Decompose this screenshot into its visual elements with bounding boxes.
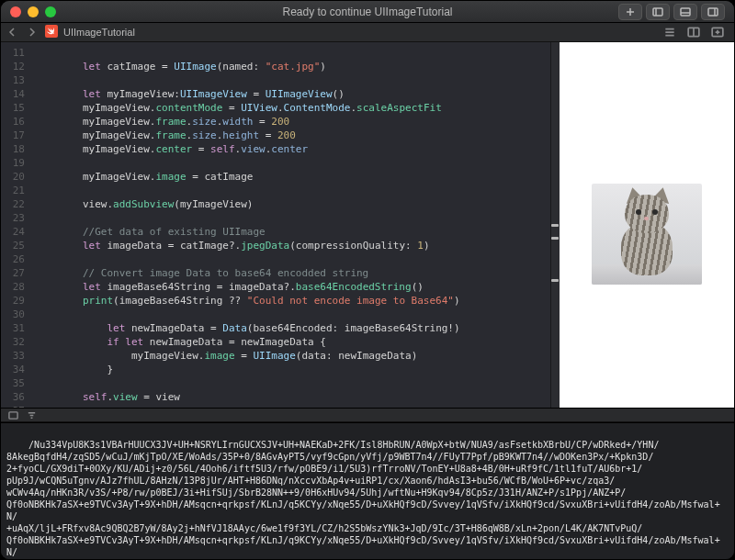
minimap-scrollbar[interactable] bbox=[550, 42, 560, 408]
breadcrumb-file[interactable]: UIImageTutorial bbox=[63, 27, 135, 38]
related-items-icon[interactable] bbox=[661, 25, 679, 39]
svg-rect-1 bbox=[681, 8, 690, 16]
add-editor-icon[interactable] bbox=[708, 25, 727, 39]
debug-console[interactable]: /Nu334VpU8K3s1VBArHUUCX3JV+UH+NSRYLIrnGU… bbox=[1, 422, 734, 559]
line-gutter: 11 12 13 14 15 16 17 18 19 20 21 22 23 2… bbox=[1, 42, 30, 408]
jump-bar-right bbox=[661, 25, 727, 39]
nav-back-button[interactable] bbox=[8, 28, 21, 37]
toolbar-right bbox=[618, 4, 725, 20]
traffic-lights bbox=[10, 6, 56, 17]
console-tabs bbox=[1, 408, 734, 422]
editor-pane: 11 12 13 14 15 16 17 18 19 20 21 22 23 2… bbox=[1, 42, 560, 408]
panel-right-toggle[interactable] bbox=[701, 4, 725, 20]
panel-left-toggle[interactable] bbox=[646, 4, 670, 20]
close-window-button[interactable] bbox=[10, 6, 21, 17]
cat-image-preview bbox=[592, 184, 702, 285]
console-toggle-icon[interactable] bbox=[6, 409, 19, 421]
window-title: Ready to continue UIImageTutorial bbox=[283, 6, 453, 18]
titlebar: Ready to continue UIImageTutorial bbox=[1, 1, 734, 23]
preview-canvas bbox=[560, 42, 734, 408]
code-editor[interactable]: let catImage = UIImage(named: "cat.jpg")… bbox=[30, 42, 550, 408]
xcode-window: Ready to continue UIImageTutorial bbox=[0, 0, 735, 560]
minimap-marker bbox=[551, 224, 559, 227]
svg-rect-6 bbox=[8, 412, 17, 419]
svg-rect-0 bbox=[653, 8, 662, 16]
add-button[interactable] bbox=[618, 4, 642, 20]
console-output: /Nu334VpU8K3s1VBArHUUCX3JV+UH+NSRYLIrnGU… bbox=[6, 440, 726, 559]
main-split: 11 12 13 14 15 16 17 18 19 20 21 22 23 2… bbox=[1, 42, 734, 408]
adjust-editor-icon[interactable] bbox=[684, 25, 703, 39]
nav-forward-button[interactable] bbox=[27, 28, 40, 37]
jump-bar: UIImageTutorial bbox=[1, 23, 734, 42]
minimap-marker bbox=[551, 279, 559, 282]
zoom-window-button[interactable] bbox=[45, 6, 56, 17]
panel-bottom-toggle[interactable] bbox=[673, 4, 697, 20]
console-filter-icon[interactable] bbox=[25, 409, 38, 421]
minimize-window-button[interactable] bbox=[28, 6, 39, 17]
svg-rect-2 bbox=[708, 8, 718, 16]
minimap-marker bbox=[551, 237, 559, 240]
swift-file-icon bbox=[45, 25, 58, 39]
